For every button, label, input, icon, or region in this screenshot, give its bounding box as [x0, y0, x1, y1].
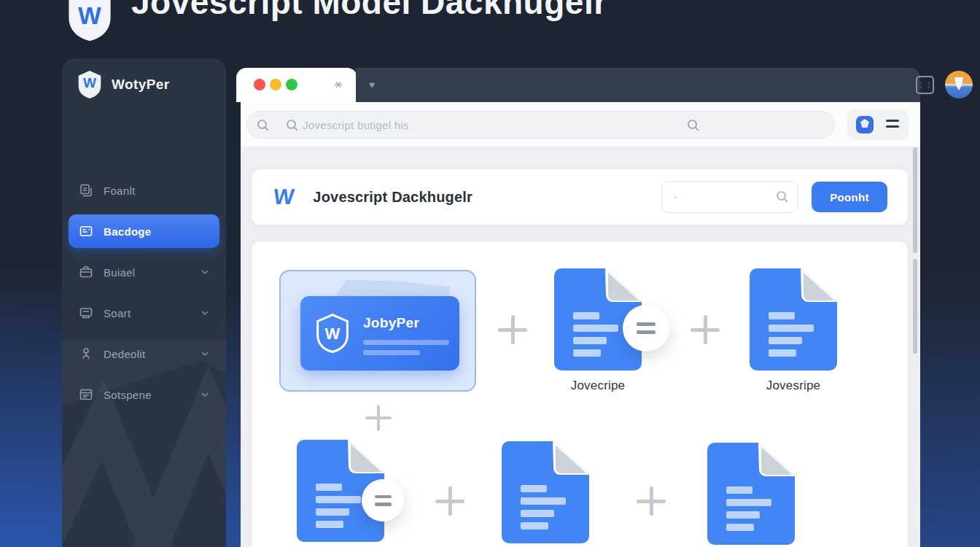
extensions-icon[interactable]: [856, 116, 874, 133]
equals-badge-icon: [623, 305, 669, 352]
menu-icon[interactable]: [886, 120, 899, 131]
monitor-icon: [79, 306, 93, 320]
scrollbar-thumb[interactable]: [913, 259, 917, 354]
chevron-down-icon: [201, 268, 209, 276]
scrollbar-thumb[interactable]: [913, 147, 917, 253]
search-icon: [775, 190, 790, 204]
document-icon[interactable]: [750, 268, 837, 371]
brand-shield-icon: W: [77, 70, 103, 99]
placeholder-line: [363, 340, 449, 345]
content-header-card: W Jovescript Dackhugelr Poonht: [252, 169, 908, 225]
diagram-card: W JobyPer: [252, 241, 908, 547]
doc-label: Jovesripe: [735, 379, 852, 393]
browser-topbar: ♥ ⋮⋮: [356, 68, 920, 102]
browser-tools: [847, 109, 909, 140]
feature-name: JobyPer: [363, 315, 419, 331]
browser-tab[interactable]: [236, 68, 357, 102]
sidebar-item-foanlt[interactable]: Foanlt: [69, 174, 219, 207]
plus-icon: [435, 486, 464, 516]
files-icon: [79, 183, 93, 198]
document-icon[interactable]: [707, 443, 795, 545]
sidebar: W WotyPer Foanlt Bacdoge Bui: [62, 58, 226, 547]
plus-icon: [637, 486, 666, 516]
search-icon: [686, 118, 701, 133]
search-icon: [256, 118, 271, 133]
sidebar-item-buiael[interactable]: Buiael: [69, 255, 219, 289]
content-title: Jovescript Dackhugelr: [313, 189, 472, 206]
primary-action-button[interactable]: Poonht: [812, 182, 887, 212]
chevron-down-icon: [201, 309, 209, 317]
svg-text:W: W: [78, 2, 101, 29]
plus-icon: [365, 405, 394, 434]
feature-inner-card: W JobyPer: [300, 296, 459, 371]
heart-icon[interactable]: ♥: [369, 78, 375, 91]
feature-card-selected[interactable]: W JobyPer: [279, 270, 476, 392]
panel-toggle-icon[interactable]: ⋮⋮: [916, 76, 934, 94]
briefcase-icon: [79, 265, 93, 279]
sidebar-item-label: Bacdoge: [104, 225, 151, 238]
doc-label: Jovecripe: [540, 379, 656, 393]
page: W Jovescript Model Dackhugelr W WotyPer …: [0, 0, 980, 547]
sidebar-watermark: [62, 340, 226, 547]
browser-window: ♥ ⋮⋮ Jovescript butigel his W Jovescript…: [241, 68, 920, 547]
feature-brand-letter: W: [314, 325, 351, 344]
plus-icon: [691, 315, 720, 344]
sparkle-icon: [332, 79, 344, 90]
sidebar-item-soart[interactable]: Soart: [69, 296, 219, 330]
traffic-light-zoom[interactable]: [286, 79, 298, 90]
sidebar-brand-name: WotyPer: [112, 77, 170, 93]
sidebar-item-bacdoge[interactable]: Bacdoge: [69, 214, 219, 248]
brand-letter: W: [77, 75, 103, 91]
banner-shield-logo: W: [62, 0, 117, 42]
page-title: Jovescript Model Dackhugelr: [131, 0, 607, 23]
browser-url-row: Jovescript butigel his: [241, 102, 920, 147]
traffic-light-minimize[interactable]: [270, 79, 281, 90]
workspace-avatar[interactable]: [945, 71, 973, 98]
sidebar-item-label: Buiael: [104, 266, 136, 279]
document-icon[interactable]: [502, 441, 589, 543]
sidebar-item-label: Foanlt: [104, 185, 136, 197]
search-icon: [285, 118, 300, 133]
equals-badge-icon: [362, 479, 404, 521]
card-icon: [79, 224, 93, 238]
app-logo-letter: W: [272, 185, 295, 209]
shield-outline-icon: W: [314, 313, 351, 354]
address-bar[interactable]: Jovescript butigel his: [246, 111, 835, 139]
placeholder-line: [363, 350, 420, 355]
address-bar-query[interactable]: Jovescript butigel his: [303, 119, 409, 131]
plus-icon: [498, 315, 527, 344]
sidebar-brand: W WotyPer: [77, 70, 170, 99]
traffic-light-close[interactable]: [254, 79, 265, 90]
content-search: [661, 181, 798, 213]
page-content: W Jovescript Dackhugelr Poonht: [241, 147, 920, 547]
sidebar-item-label: Soart: [104, 307, 131, 319]
